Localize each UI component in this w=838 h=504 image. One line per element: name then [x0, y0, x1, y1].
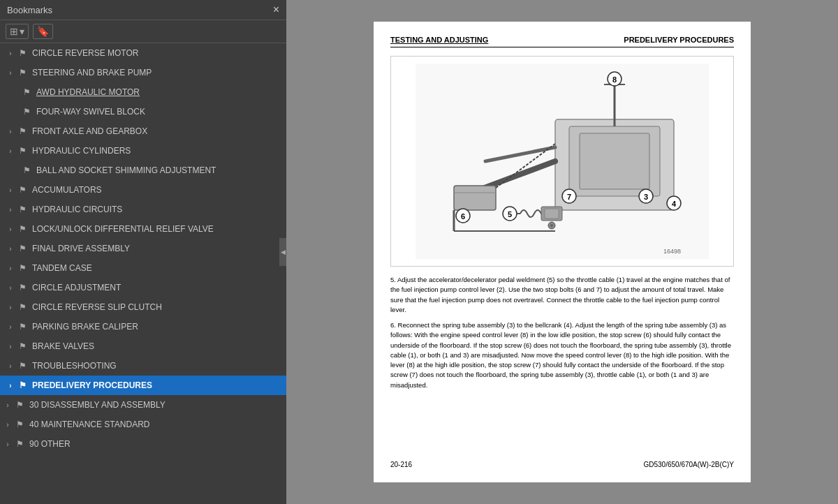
sidebar-item-hydraulic-circuits[interactable]: › ⚑ HYDRAULIC CIRCUITS	[0, 200, 286, 219]
sidebar-item-final-drive[interactable]: › ⚑ FINAL DRIVE ASSEMBLY	[0, 239, 286, 258]
chevron-right-icon: ›	[6, 362, 15, 370]
sidebar-item-label: HYDRAULIC CIRCUITS	[32, 205, 284, 214]
bookmark-flag-icon: ⚑	[17, 48, 28, 58]
sidebar-item-front-axle-gearbox[interactable]: › ⚑ FRONT AXLE AND GEARBOX	[0, 121, 286, 141]
paragraph-5: 5. Adjust the accelerator/decelerator pe…	[390, 275, 734, 315]
chevron-right-icon: ›	[6, 323, 15, 331]
bookmark-flag-icon: ⚑	[14, 439, 25, 449]
sidebar-item-label: CIRCLE ADJUSTMENT	[32, 283, 284, 292]
chevron-right-icon: ›	[6, 304, 15, 311]
toolbar-menu-button[interactable]: ⊞ ▾	[6, 24, 29, 39]
sidebar-item-accumulators[interactable]: › ⚑ ACCUMULATORS	[0, 180, 286, 200]
chevron-right-icon: ›	[6, 382, 15, 390]
grid-icon: ⊞	[10, 26, 18, 37]
bookmark-flag-icon: ⚑	[14, 400, 25, 410]
sidebar-item-label: FRONT AXLE AND GEARBOX	[32, 126, 284, 136]
chevron-right-icon: ›	[6, 245, 15, 253]
svg-text:7: 7	[567, 193, 571, 201]
svg-rect-6	[454, 186, 496, 210]
sidebar-item-label: PARKING BRAKE CALIPER	[32, 322, 284, 332]
svg-text:4: 4	[672, 200, 677, 208]
chevron-right-icon: ›	[6, 225, 15, 233]
bookmark-flag-icon: ⚑	[21, 87, 32, 97]
svg-rect-3	[580, 133, 649, 189]
sidebar-item-label: CIRCLE REVERSE SLIP CLUTCH	[32, 302, 284, 312]
sidebar-item-label: STEERING AND BRAKE PUMP	[32, 68, 284, 77]
page-header-right: PREDELIVERY PROCEDURES	[624, 36, 734, 44]
sidebar-item-hydraulic-cylinders[interactable]: › ⚑ HYDRAULIC CYLINDERS	[0, 141, 286, 161]
diagram-container: 8 3 4 7 5 6	[390, 56, 734, 267]
bookmark-flag-icon: ⚑	[17, 68, 28, 77]
sidebar-item-ball-socket[interactable]: ⚑ BALL AND SOCKET SHIMMING ADJUSTMENT	[0, 161, 286, 180]
sidebar-item-label: ACCUMULATORS	[32, 185, 284, 195]
sidebar-item-steering-brake-pump[interactable]: › ⚑ STEERING AND BRAKE PUMP	[0, 63, 286, 82]
svg-point-28	[550, 224, 553, 227]
bookmark-flag-icon: ⚑	[21, 165, 32, 175]
bookmark-flag-icon: ⚑	[17, 322, 28, 332]
sidebar-item-label: FINAL DRIVE ASSEMBLY	[32, 244, 284, 253]
chevron-right-icon: ›	[6, 265, 15, 272]
document-page: TESTING AND ADJUSTING PREDELIVERY PROCED…	[286, 0, 838, 504]
bookmark-flag-icon: ⚑	[17, 185, 28, 195]
sidebar-item-awd-hydraulic-motor[interactable]: ⚑ AWD HYDRAULIC MOTOR	[0, 82, 286, 102]
chevron-down-icon: ▾	[20, 26, 24, 37]
sidebar-item-predelivery[interactable]: › ⚑ PREDELIVERY PROCEDURES	[0, 376, 286, 395]
sidebar-item-label: PREDELIVERY PROCEDURES	[32, 380, 284, 390]
sidebar-item-parking-brake[interactable]: › ⚑ PARKING BRAKE CALIPER	[0, 317, 286, 336]
page-header-left: TESTING AND ADJUSTING	[390, 36, 488, 44]
sidebar-item-label: FOUR-WAY SWIVEL BLOCK	[36, 107, 284, 117]
bookmark-flag-icon: ⚑	[17, 302, 28, 312]
bookmarks-header: Bookmarks ×	[0, 0, 286, 20]
sidebar-item-lock-unlock-diff[interactable]: › ⚑ LOCK/UNLOCK DIFFERENTIAL RELIEF VALV…	[0, 219, 286, 239]
chevron-right-icon: ›	[6, 147, 15, 155]
svg-text:3: 3	[644, 193, 648, 201]
sidebar-item-label: CIRCLE REVERSE MOTOR	[32, 48, 284, 58]
collapse-handle[interactable]: ◀	[279, 238, 286, 266]
page-inner: TESTING AND ADJUSTING PREDELIVERY PROCED…	[374, 22, 751, 482]
chevron-right-icon: ›	[3, 421, 13, 429]
sidebar-item-tandem-case[interactable]: › ⚑ TANDEM CASE	[0, 258, 286, 278]
bookmark-flag-icon: ⚑	[17, 263, 28, 273]
bookmark-flag-icon: ⚑	[17, 380, 28, 390]
sidebar-item-brake-valves[interactable]: › ⚑ BRAKE VALVES	[0, 336, 286, 356]
bookmark-flag-icon: ⚑	[17, 341, 28, 351]
sidebar-item-label: BRAKE VALVES	[32, 341, 284, 351]
content-area: TESTING AND ADJUSTING PREDELIVERY PROCED…	[286, 0, 838, 504]
sidebar-item-circle-reverse-motor[interactable]: › ⚑ CIRCLE REVERSE MOTOR	[0, 43, 286, 63]
svg-text:5: 5	[508, 210, 512, 218]
chevron-right-icon: ›	[6, 284, 15, 292]
collapse-icon: ◀	[281, 249, 286, 255]
sidebar-item-label: HYDRAULIC CYLINDERS	[32, 146, 284, 156]
paragraph-6: 6. Reconnect the spring tube assembly (3…	[390, 320, 734, 390]
svg-text:6: 6	[461, 212, 465, 221]
bookmark-flag-icon: ⚑	[17, 283, 28, 292]
sidebar-item-four-way-swivel[interactable]: ⚑ FOUR-WAY SWIVEL BLOCK	[0, 102, 286, 121]
bookmark-flag-icon: ⚑	[17, 224, 28, 234]
sidebar-item-label: AWD HYDRAULIC MOTOR	[36, 87, 284, 97]
sidebar-item-circle-reverse-slip[interactable]: › ⚑ CIRCLE REVERSE SLIP CLUTCH	[0, 297, 286, 317]
chevron-right-icon: ›	[3, 440, 13, 448]
close-button[interactable]: ×	[273, 4, 279, 15]
sidebar-item-troubleshooting[interactable]: › ⚑ TROUBLESHOOTING	[0, 356, 286, 376]
sidebar-item-other[interactable]: › ⚑ 90 OTHER	[0, 434, 286, 454]
svg-rect-26	[545, 209, 559, 218]
sidebar-item-circle-adjustment[interactable]: › ⚑ CIRCLE ADJUSTMENT	[0, 278, 286, 297]
sidebar-item-label: LOCK/UNLOCK DIFFERENTIAL RELIEF VALVE	[32, 224, 284, 234]
svg-text:8: 8	[612, 75, 617, 84]
page-header: TESTING AND ADJUSTING PREDELIVERY PROCED…	[390, 36, 734, 47]
sidebar-item-label: BALL AND SOCKET SHIMMING ADJUSTMENT	[36, 165, 284, 175]
chevron-right-icon: ›	[6, 69, 15, 77]
sidebar-item-maintenance[interactable]: › ⚑ 40 MAINTENANCE STANDARD	[0, 415, 286, 434]
page-text: 5. Adjust the accelerator/decelerator pe…	[390, 275, 734, 396]
sidebar-item-disassembly[interactable]: › ⚑ 30 DISASSEMBLY AND ASSEMBLY	[0, 395, 286, 415]
page-number-right: GD530/650/670A(W)-2B(C)Y	[644, 461, 735, 468]
bookmark-flag-icon: ⚑	[17, 244, 28, 253]
sidebar-item-label: 40 MAINTENANCE STANDARD	[29, 420, 284, 429]
bookmark-flag-icon: ⚑	[17, 126, 28, 136]
toolbar-bookmark-button[interactable]: 🔖	[33, 24, 53, 39]
chevron-right-icon: ›	[6, 206, 15, 214]
bookmarks-toolbar: ⊞ ▾ 🔖	[0, 20, 286, 43]
diagram-svg: 8 3 4 7 5 6	[416, 64, 709, 259]
chevron-right-icon: ›	[6, 343, 15, 350]
sidebar-item-label: TANDEM CASE	[32, 263, 284, 273]
